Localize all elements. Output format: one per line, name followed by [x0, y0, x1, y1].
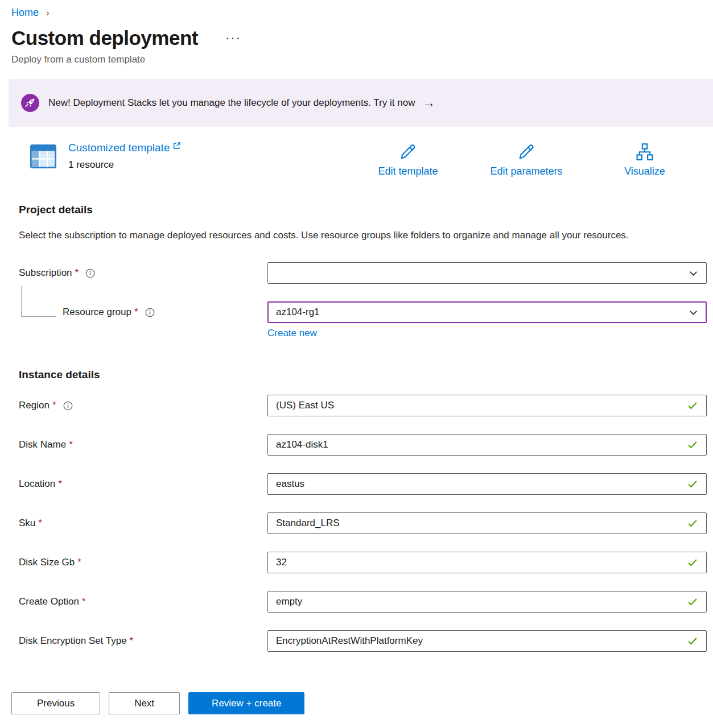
template-actions: Edit template Edit parameters Visualize: [371, 142, 682, 177]
subscription-row: Subscription *: [19, 262, 707, 284]
pencil-icon: [398, 142, 418, 162]
sku-label: Sku: [19, 518, 35, 529]
subscription-dropdown[interactable]: [267, 262, 707, 284]
pencil-icon: [516, 142, 537, 162]
disk-name-label: Disk Name: [19, 439, 66, 450]
create-new-link[interactable]: Create new: [267, 328, 317, 338]
create-option-label: Create Option: [19, 596, 79, 607]
resource-group-label: Resource group: [63, 307, 131, 318]
page-subtitle: Deploy from a custom template: [11, 54, 713, 65]
required-asterisk: *: [82, 596, 86, 607]
template-name: Customized template: [68, 142, 170, 154]
required-asterisk: *: [75, 267, 79, 279]
checkmark-icon: [687, 400, 698, 411]
tree-connector: [21, 286, 56, 317]
external-link-icon: [172, 142, 181, 150]
disk-name-input[interactable]: az104-disk1: [267, 434, 707, 456]
disk-size-value: 32: [276, 557, 681, 568]
required-asterisk: *: [69, 439, 73, 450]
location-value: eastus: [276, 478, 681, 490]
sku-row: Sku * Standard_LRS: [19, 512, 707, 534]
edit-template-action[interactable]: Edit template: [371, 142, 445, 177]
chevron-down-icon: [689, 268, 698, 278]
info-icon[interactable]: [145, 308, 155, 317]
checkmark-icon: [687, 635, 698, 647]
checkmark-icon: [687, 478, 698, 490]
required-asterisk: *: [77, 557, 81, 568]
instance-details-heading: Instance details: [19, 369, 713, 381]
checkmark-icon: [687, 518, 698, 529]
location-input[interactable]: eastus: [267, 473, 707, 495]
visualize-label: Visualize: [624, 166, 665, 177]
disk-name-value: az104-disk1: [276, 439, 681, 450]
resource-group-dropdown[interactable]: az104-rg1: [267, 301, 707, 323]
create-option-value: empty: [276, 596, 681, 607]
sku-value: Standard_LRS: [276, 518, 681, 529]
checkmark-icon: [687, 557, 698, 568]
breadcrumb: Home ›: [0, 0, 713, 19]
disk-encryption-row: Disk Encryption Set Type * EncryptionAtR…: [19, 630, 707, 652]
checkmark-icon: [687, 439, 698, 450]
more-options-icon[interactable]: ···: [225, 31, 241, 46]
region-input[interactable]: (US) East US: [267, 395, 707, 416]
arrow-right-icon[interactable]: →: [423, 96, 435, 110]
disk-encryption-input[interactable]: EncryptionAtRestWithPlatformKey: [267, 630, 707, 652]
create-option-input[interactable]: empty: [267, 591, 707, 613]
hierarchy-icon: [634, 142, 655, 162]
subscription-label: Subscription: [19, 267, 72, 279]
disk-encryption-value: EncryptionAtRestWithPlatformKey: [276, 635, 681, 647]
required-asterisk: *: [130, 635, 134, 647]
page-header: Custom deployment ···: [11, 27, 713, 49]
page-title: Custom deployment: [11, 27, 198, 49]
project-details-heading: Project details: [19, 204, 713, 216]
required-asterisk: *: [52, 400, 56, 411]
edit-parameters-label: Edit parameters: [490, 166, 562, 177]
sku-input[interactable]: Standard_LRS: [267, 512, 707, 534]
region-row: Region * (US) East US: [19, 395, 707, 416]
customized-template-link[interactable]: Customized template: [68, 142, 181, 154]
location-label: Location: [19, 478, 55, 490]
resource-group-row: Resource group * az104-rg1: [19, 301, 707, 323]
create-option-row: Create Option * empty: [19, 591, 707, 613]
breadcrumb-chevron-icon: ›: [46, 7, 50, 18]
resource-count: 1 resource: [68, 159, 181, 171]
previous-button[interactable]: Previous: [11, 692, 100, 714]
template-icon: [30, 144, 57, 169]
review-create-button[interactable]: Review + create: [188, 692, 304, 714]
checkmark-icon: [687, 596, 698, 607]
required-asterisk: *: [38, 518, 42, 529]
disk-name-row: Disk Name * az104-disk1: [19, 434, 707, 456]
breadcrumb-home-link[interactable]: Home: [11, 7, 39, 18]
disk-size-row: Disk Size Gb * 32: [19, 552, 707, 573]
info-icon[interactable]: [63, 401, 73, 411]
disk-size-input[interactable]: 32: [267, 552, 707, 573]
required-asterisk: *: [58, 478, 62, 490]
disk-encryption-label: Disk Encryption Set Type: [19, 635, 127, 647]
visualize-action[interactable]: Visualize: [608, 142, 682, 177]
resource-group-value: az104-rg1: [276, 307, 683, 318]
rocket-icon: [21, 94, 39, 112]
region-label: Region: [19, 400, 50, 411]
required-asterisk: *: [134, 307, 138, 318]
footer-bar: Previous Next Review + create: [0, 684, 713, 728]
chevron-down-icon: [689, 308, 698, 317]
edit-parameters-action[interactable]: Edit parameters: [489, 142, 563, 177]
banner-text: New! Deployment Stacks let you manage th…: [48, 97, 415, 109]
region-value: (US) East US: [276, 400, 681, 411]
edit-template-label: Edit template: [378, 166, 438, 177]
deployment-stacks-banner[interactable]: New! Deployment Stacks let you manage th…: [9, 79, 713, 127]
location-row: Location * eastus: [19, 473, 707, 495]
info-icon[interactable]: [85, 268, 95, 278]
template-summary: Customized template 1 resource Edit temp…: [30, 142, 682, 177]
next-button[interactable]: Next: [109, 692, 180, 714]
disk-size-label: Disk Size Gb: [19, 557, 75, 568]
project-details-description: Select the subscription to manage deploy…: [19, 228, 673, 243]
